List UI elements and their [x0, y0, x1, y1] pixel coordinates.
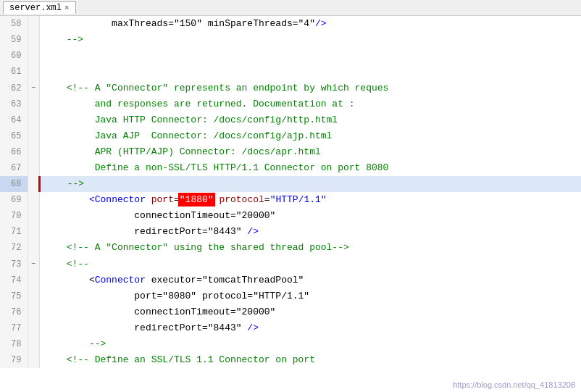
fold-icon [28, 64, 39, 80]
fold-icon [28, 224, 39, 240]
fold-icon [28, 304, 39, 320]
fold-icon [28, 160, 39, 176]
fold-icon [28, 32, 39, 48]
title-bar: server.xml × [0, 0, 581, 16]
fold-icon [28, 112, 39, 128]
fold-icon [28, 192, 39, 208]
line-number: 74 [0, 272, 28, 288]
tab-label: server.xml [9, 3, 62, 13]
code-line: APR (HTTP/AJP) Connector: /docs/apr.html [39, 144, 581, 160]
fold-icon [28, 272, 39, 288]
fold-icon [28, 208, 39, 224]
line-number: 60 [0, 48, 28, 64]
code-line [39, 64, 581, 80]
line-number: 68 [0, 176, 28, 192]
code-line [39, 48, 581, 64]
fold-icon [28, 144, 39, 160]
fold-icon[interactable]: − [28, 80, 39, 96]
code-line: <!-- A "Connector" using the shared thre… [39, 240, 581, 256]
line-number: 58 [0, 16, 28, 32]
line-number: 75 [0, 288, 28, 304]
code-line: maxThreads="150" minSpareThreads="4"/> [39, 16, 581, 32]
line-number: 64 [0, 112, 28, 128]
code-line: <!-- [39, 256, 581, 272]
code-line: Java AJP Connector: /docs/config/ajp.htm… [39, 128, 581, 144]
fold-icon [28, 240, 39, 256]
tab-close-button[interactable]: × [64, 4, 70, 12]
line-number: 70 [0, 208, 28, 224]
fold-icon [28, 352, 39, 368]
code-line: <Connector port="1880" protocol="HTTP/1.… [39, 192, 581, 208]
line-number: 63 [0, 96, 28, 112]
fold-icon [28, 96, 39, 112]
editor-area: 58 maxThreads="150" minSpareThreads="4"/… [0, 16, 581, 392]
code-line: --> [39, 336, 581, 352]
code-table: 58 maxThreads="150" minSpareThreads="4"/… [0, 16, 581, 368]
fold-icon [28, 176, 39, 192]
fold-icon [28, 16, 39, 32]
fold-icon [28, 336, 39, 352]
line-number: 78 [0, 336, 28, 352]
file-tab[interactable]: server.xml × [3, 1, 76, 14]
code-line: <Connector executor="tomcatThreadPool" [39, 272, 581, 288]
line-number: 62 [0, 80, 28, 96]
line-number: 73 [0, 256, 28, 272]
code-line: port="8080" protocol="HTTP/1.1" [39, 288, 581, 304]
code-line: Java HTTP Connector: /docs/config/http.h… [39, 112, 581, 128]
code-line: and responses are returned. Documentatio… [39, 96, 581, 112]
fold-icon [28, 48, 39, 64]
code-line: redirectPort="8443" /> [39, 224, 581, 240]
fold-icon[interactable]: − [28, 256, 39, 272]
line-number: 61 [0, 64, 28, 80]
fold-icon [28, 320, 39, 336]
code-line: --> [39, 32, 581, 48]
line-number: 67 [0, 160, 28, 176]
line-number: 77 [0, 320, 28, 336]
line-number: 59 [0, 32, 28, 48]
code-line: Define a non-SSL/TLS HTTP/1.1 Connector … [39, 160, 581, 176]
line-number: 71 [0, 224, 28, 240]
code-line: redirectPort="8443" /> [39, 320, 581, 336]
fold-icon [28, 128, 39, 144]
code-line: <!-- Define an SSL/TLS 1.1 Connector on … [39, 352, 581, 368]
line-number: 76 [0, 304, 28, 320]
fold-icon [28, 288, 39, 304]
code-line: <!-- A "Connector" represents an endpoin… [39, 80, 581, 96]
line-number: 69 [0, 192, 28, 208]
watermark: https://blog.csdn.net/qq_41813208 [453, 380, 575, 389]
line-number: 72 [0, 240, 28, 256]
code-line: connectionTimeout="20000" [39, 304, 581, 320]
line-number: 79 [0, 352, 28, 368]
code-line: connectionTimeout="20000" [39, 208, 581, 224]
line-number: 65 [0, 128, 28, 144]
line-number: 66 [0, 144, 28, 160]
code-line: --> [39, 176, 581, 192]
